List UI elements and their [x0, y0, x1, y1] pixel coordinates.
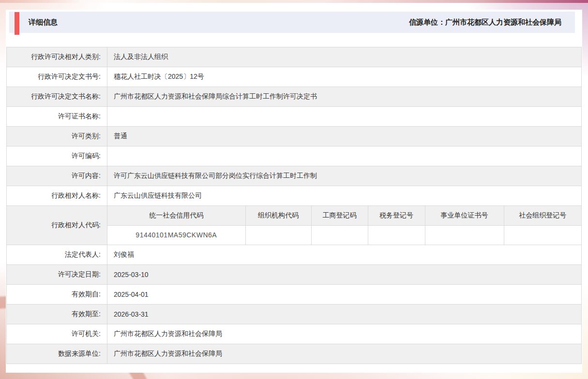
table-row: 行政许可决定文书号: 穗花人社工时决〔2025〕12号 [7, 67, 582, 87]
detail-table: 行政许可决相对人类别: 法人及非法人组织 行政许可决定文书号: 穗花人社工时决〔… [6, 47, 582, 364]
code-column-header: 税务登记号 [368, 206, 425, 225]
table-row: 行政相对人名称: 广东云山供应链科技有限公司 [7, 186, 582, 206]
field-label: 有效期至: [7, 305, 107, 324]
field-value: 2025-03-10 [107, 265, 582, 285]
codes-header-row: 统一社会信用代码 组织机构代码 工商登记码 税务登记号 事业单位证书号 社会组织… [107, 206, 581, 225]
field-value: 广州市花都区人力资源和社会保障局综合计算工时工作制许可决定书 [107, 87, 582, 107]
field-value: 2026-03-31 [107, 305, 582, 324]
detail-header: 详细信息 信源单位：广州市花都区人力资源和社会保障局 [9, 12, 575, 33]
table-row: 许可编码: [7, 146, 582, 166]
field-value: 穗花人社工时决〔2025〕12号 [107, 67, 582, 87]
field-label: 行政相对人代码: [7, 206, 107, 245]
field-value [107, 146, 582, 166]
field-value: 广东云山供应链科技有限公司 [107, 186, 582, 206]
table-row: 许可证书名称: [7, 107, 582, 127]
code-value [311, 225, 368, 245]
field-label: 许可证书名称: [7, 107, 107, 127]
table-row: 许可内容: 许可广东云山供应链科技有限公司部分岗位实行综合计算工时工作制 [7, 166, 582, 186]
field-label: 许可编码: [7, 146, 107, 166]
field-label: 行政相对人名称: [7, 186, 107, 206]
field-value: 普通 [107, 127, 582, 146]
table-row: 许可类别: 普通 [7, 127, 582, 146]
codes-cell: 统一社会信用代码 组织机构代码 工商登记码 税务登记号 事业单位证书号 社会组织… [107, 206, 582, 245]
field-value: 2025-04-01 [107, 285, 582, 305]
table-row: 数据来源单位: 广州市花都区人力资源和社会保障局 [7, 344, 582, 364]
field-label: 许可类别: [7, 127, 107, 146]
field-label: 许可机关: [7, 324, 107, 344]
code-column-header: 社会组织登记号 [504, 206, 581, 225]
table-row: 有效期自: 2025-04-01 [7, 285, 582, 305]
code-value [425, 225, 504, 245]
table-row: 许可决定日期: 2025-03-10 [7, 265, 582, 285]
code-value: 91440101MA59CKWN6A [107, 225, 245, 245]
source-unit-label: 信源单位：广州市花都区人力资源和社会保障局 [409, 18, 575, 27]
table-row: 行政许可决定文书名称: 广州市花都区人力资源和社会保障局综合计算工时工作制许可决… [7, 87, 582, 107]
field-value: 广州市花都区人力资源和社会保障局 [107, 324, 582, 344]
field-value: 广州市花都区人力资源和社会保障局 [107, 344, 582, 364]
table-row: 许可机关: 广州市花都区人力资源和社会保障局 [7, 324, 582, 344]
code-value [504, 225, 581, 245]
field-value [107, 107, 582, 127]
codes-row: 行政相对人代码: 统一社会信用代码 组织机构代码 工商登记码 税 [7, 206, 582, 245]
page-background: { "header": { "title": "详细信息", "source":… [0, 0, 588, 379]
table-row: 法定代表人: 刘俊福 [7, 245, 582, 265]
table-row: 行政许可决相对人类别: 法人及非法人组织 [7, 47, 582, 67]
field-label: 行政许可决定文书名称: [7, 87, 107, 107]
table-row: 有效期至: 2026-03-31 [7, 305, 582, 324]
page-title: 详细信息 [29, 18, 58, 27]
code-value [368, 225, 425, 245]
field-value: 许可广东云山供应链科技有限公司部分岗位实行综合计算工时工作制 [107, 166, 582, 186]
red-accent-bar [15, 12, 19, 35]
code-value [245, 225, 311, 245]
codes-value-row: 91440101MA59CKWN6A [107, 225, 581, 245]
field-label: 许可内容: [7, 166, 107, 186]
field-value: 法人及非法人组织 [107, 47, 582, 67]
codes-table: 统一社会信用代码 组织机构代码 工商登记码 税务登记号 事业单位证书号 社会组织… [107, 206, 581, 245]
code-column-header: 统一社会信用代码 [107, 206, 245, 225]
field-label: 数据来源单位: [7, 344, 107, 364]
code-column-header: 工商登记码 [311, 206, 368, 225]
detail-card: 详细信息 信源单位：广州市花都区人力资源和社会保障局 行政许可决相对人类别: 法… [6, 10, 582, 373]
field-label: 有效期自: [7, 285, 107, 305]
field-label: 法定代表人: [7, 245, 107, 265]
field-label: 行政许可决定文书号: [7, 67, 107, 87]
field-label: 行政许可决相对人类别: [7, 47, 107, 67]
field-label: 许可决定日期: [7, 265, 107, 285]
field-value: 刘俊福 [107, 245, 582, 265]
code-column-header: 组织机构代码 [245, 206, 311, 225]
code-column-header: 事业单位证书号 [425, 206, 504, 225]
